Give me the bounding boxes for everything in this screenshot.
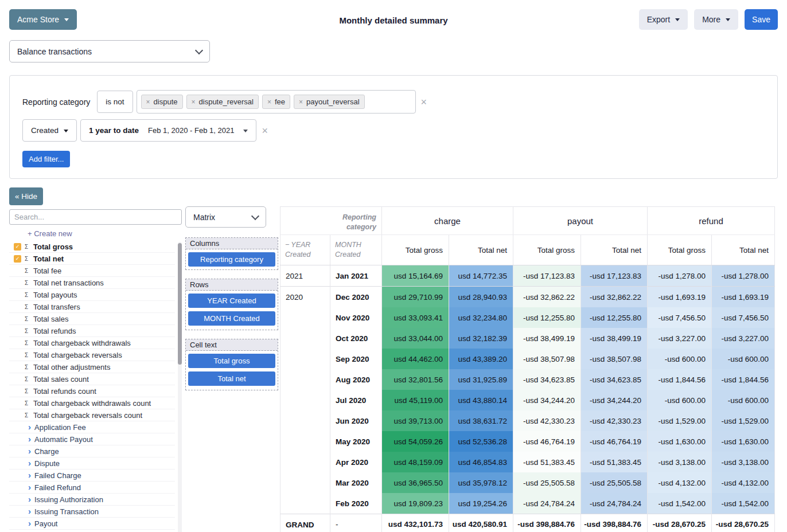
report-type-select[interactable]: Balance transactions [9, 40, 210, 62]
metric-group-item[interactable]: ›Automatic Payout [9, 433, 175, 445]
remove-tag-icon[interactable]: × [267, 98, 271, 106]
metric-item[interactable]: ΣTotal sales count [9, 373, 175, 385]
metric-item[interactable]: ΣTotal transfers [9, 301, 175, 313]
section-dropzone[interactable]: Reporting category [186, 249, 278, 269]
field-chip[interactable]: YEAR Created [188, 294, 275, 308]
metric-group-item[interactable]: ›Failed Charge [9, 470, 175, 482]
metric-item[interactable]: ΣTotal chargeback withdrawals count [9, 397, 175, 409]
field-chip[interactable]: MONTH Created [188, 311, 275, 326]
chevron-right-icon[interactable]: › [28, 507, 31, 515]
metric-label: Total payouts [33, 291, 77, 299]
chevron-right-icon[interactable]: › [28, 471, 31, 479]
chevron-right-icon[interactable]: › [28, 519, 31, 527]
metric-item[interactable]: ΣTotal refunds count [9, 385, 175, 397]
metric-item[interactable]: ΣTotal net transactions [9, 277, 175, 289]
metric-checkbox[interactable]: ✓ [14, 243, 21, 251]
pivot-value-cell: -usd 1,278.00 [712, 265, 775, 287]
pivot-value-cell: -usd 4,132.00 [712, 472, 775, 493]
pivot-value-cell: usd 48,159.09 [382, 452, 449, 472]
group-label: Failed Charge [34, 471, 81, 480]
sigma-icon: Σ [25, 244, 30, 250]
save-button[interactable]: Save [745, 9, 778, 30]
pivot-month-cell: Dec 2020 [330, 287, 382, 308]
collapse-year-icon[interactable]: − [285, 241, 289, 249]
remove-tag-icon[interactable]: × [299, 98, 303, 106]
chevron-right-icon[interactable]: › [28, 459, 31, 467]
export-button[interactable]: Export [639, 9, 688, 30]
report-type-select-box[interactable]: Balance transactions [9, 40, 210, 62]
date-range-button[interactable]: 1 year to date Feb 1, 2020 - Feb 1, 2021 [80, 119, 256, 142]
field-chip[interactable]: Reporting category [188, 252, 275, 267]
sigma-icon: Σ [25, 352, 30, 358]
chevron-right-icon[interactable]: › [28, 495, 31, 503]
metric-item[interactable]: ΣTotal payouts [9, 289, 175, 301]
metric-group-item[interactable]: ›Issuing Transaction [9, 506, 175, 518]
chevron-right-icon[interactable]: › [28, 423, 31, 431]
filter-tag[interactable]: ×fee [262, 95, 290, 109]
pivot-month-cell: Apr 2020 [330, 452, 382, 472]
filter-tag[interactable]: ×dispute_reversal [186, 95, 259, 109]
tag-label: fee [275, 97, 285, 106]
metric-checkbox[interactable]: ✓ [14, 255, 21, 263]
view-type-select[interactable]: Matrix [185, 206, 266, 228]
pivot-value-cell: -usd 1,630.00 [712, 431, 775, 452]
search-input[interactable] [9, 209, 182, 225]
remove-date-filter-icon[interactable]: × [262, 126, 268, 136]
remove-tag-icon[interactable]: × [192, 98, 196, 106]
metric-item[interactable]: ΣTotal chargeback reversals [9, 349, 175, 361]
chevron-right-icon[interactable]: › [28, 435, 31, 443]
pivot-value-cell: usd 15,164.69 [382, 265, 449, 287]
pivot-value-cell: -usd 51,383.45 [581, 452, 648, 472]
filter-tag[interactable]: ×payout_reversal [294, 95, 365, 109]
chevron-right-icon[interactable]: › [28, 483, 31, 491]
metric-group-item[interactable]: ›Dispute [9, 457, 175, 470]
filter-operator-button[interactable]: is not [97, 91, 133, 113]
remove-category-filter-icon[interactable]: × [421, 97, 427, 107]
metric-item[interactable]: ΣTotal sales [9, 313, 175, 325]
sidebar-scrollbar[interactable] [178, 242, 182, 532]
metric-group-item[interactable]: ›Payout [9, 518, 175, 530]
metric-group-item[interactable]: ›Issuing Authorization [9, 494, 175, 506]
metric-group-item[interactable]: ›Refund [9, 530, 175, 532]
sigma-icon: Σ [25, 376, 30, 382]
filter-tags-input[interactable]: ×dispute×dispute_reversal×fee×payout_rev… [137, 90, 416, 114]
metric-item[interactable]: ✓ΣTotal gross [9, 241, 175, 253]
pivot-value-cell: -usd 1,529.00 [712, 410, 775, 431]
metric-group-item[interactable]: ›Application Fee [9, 421, 175, 433]
hide-sidebar-button[interactable]: « Hide [9, 187, 43, 205]
section-dropzone[interactable]: Total grossTotal net [186, 351, 278, 390]
add-filter-button[interactable]: Add filter... [22, 151, 70, 167]
pivot-row: Oct 2020usd 33,044.00usd 32,182.39-usd 3… [280, 328, 775, 349]
metric-label: Total refunds [33, 327, 76, 335]
pivot-row: Apr 2020usd 48,159.09usd 46,854.83-usd 5… [280, 452, 775, 472]
remove-tag-icon[interactable]: × [146, 98, 150, 106]
create-new-link[interactable]: + Create new [9, 229, 182, 238]
report-type-value: Balance transactions [17, 47, 92, 56]
metric-item[interactable]: ΣTotal fee [9, 265, 175, 277]
metric-label: Total chargeback withdrawals count [33, 399, 151, 408]
field-chip[interactable]: Total net [188, 371, 275, 386]
pivot-value-cell: -usd 1,542.00 [712, 493, 775, 514]
section-dropzone[interactable]: YEAR CreatedMONTH Created [186, 291, 278, 330]
caret-down-icon [64, 18, 69, 21]
pivot-value-cell: usd 45,119.00 [382, 390, 449, 410]
metric-group-item[interactable]: ›Failed Refund [9, 482, 175, 494]
metric-item[interactable]: ΣTotal other adjustments [9, 361, 175, 373]
metric-item[interactable]: ΣTotal chargeback withdrawals [9, 337, 175, 349]
pivot-value-cell: -usd 3,227.00 [712, 328, 775, 349]
pivot-value-cell: usd 43,880.14 [449, 390, 513, 410]
chevron-right-icon[interactable]: › [28, 447, 31, 455]
metric-item[interactable]: ✓ΣTotal net [9, 253, 175, 265]
metric-item[interactable]: ΣTotal chargeback reversals count [9, 409, 175, 421]
filter-panel: Reporting category is not ×dispute×dispu… [9, 75, 778, 179]
sidebar-scrollbar-thumb[interactable] [178, 243, 182, 365]
account-menu-button[interactable]: Acme Store [9, 9, 77, 30]
pivot-corner: Reporting category [280, 207, 382, 235]
more-button[interactable]: More [694, 9, 738, 30]
metric-item[interactable]: ΣTotal refunds [9, 325, 175, 337]
column-group-header: refund [648, 207, 775, 235]
filter-tag[interactable]: ×dispute [141, 95, 183, 109]
field-chip[interactable]: Total gross [188, 354, 275, 368]
metric-group-item[interactable]: ›Charge [9, 445, 175, 457]
date-field-button[interactable]: Created [22, 119, 77, 142]
